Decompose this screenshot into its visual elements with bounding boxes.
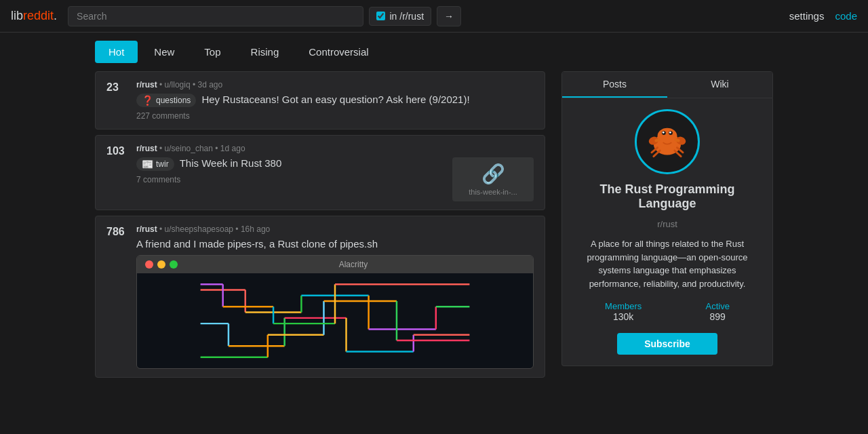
- tab-rising[interactable]: Rising: [237, 41, 293, 63]
- post-time: 3d ago: [198, 80, 223, 90]
- link-preview[interactable]: 🔗 this-week-in-...: [452, 157, 534, 201]
- search-go-button[interactable]: →: [437, 6, 461, 26]
- post-content: 📰 twir This Week in Rust 380 7 comments: [136, 157, 447, 201]
- traffic-light-green: [170, 260, 178, 269]
- header: libreddit. in /r/rust → settings code: [0, 0, 868, 33]
- tab-hot[interactable]: Hot: [95, 41, 138, 63]
- subscribe-button[interactable]: Subscribe: [617, 333, 717, 355]
- sort-tabs: Hot New Top Rising Controversial: [0, 33, 868, 71]
- members-label: Members: [605, 301, 642, 311]
- main-layout: 23 r/rust • u/llogiq • 3d ago ❓ question…: [0, 71, 868, 378]
- search-scope-label: in /r/rust: [389, 11, 424, 22]
- traffic-light-yellow: [157, 260, 165, 269]
- post-image-terminal: Alacritty: [136, 255, 534, 369]
- search-scope-area: in /r/rust: [369, 7, 431, 26]
- active-value: 899: [705, 311, 729, 322]
- post-title[interactable]: This Week in Rust 380: [180, 157, 282, 169]
- post-separator: •: [159, 144, 165, 153]
- terminal-body: [137, 273, 533, 368]
- post-meta: r/rust • u/llogiq • 3d ago: [136, 80, 534, 90]
- post-meta: r/rust • u/sheepshapesoap • 16h ago: [136, 224, 534, 234]
- post-author[interactable]: u/llogiq: [165, 80, 191, 90]
- post-title-row: ❓ questions Hey Rustaceans! Got an easy …: [136, 94, 534, 107]
- post-title-row: 📰 twir This Week in Rust 380: [136, 157, 447, 171]
- post-meta: r/rust • u/seino_chan • 1d ago: [136, 144, 534, 153]
- svg-line-45: [675, 151, 681, 157]
- post-title[interactable]: Hey Rustaceans! Got an easy question? As…: [201, 94, 469, 105]
- tab-new[interactable]: New: [140, 41, 188, 63]
- post-flair: 📰 twir: [136, 157, 174, 171]
- post-author[interactable]: u/sheepshapesoap: [165, 224, 233, 234]
- stat-active: Active 899: [705, 301, 729, 322]
- flair-label: questions: [156, 96, 191, 105]
- post-score: 23: [106, 80, 128, 121]
- posts-column: 23 r/rust • u/llogiq • 3d ago ❓ question…: [95, 71, 545, 378]
- post-time: 16h ago: [241, 224, 270, 234]
- svg-point-37: [669, 132, 671, 134]
- sidebar-description: A place for all things related to the Ru…: [573, 237, 762, 290]
- post-time-sep: •: [215, 144, 220, 153]
- sidebar-tab-posts[interactable]: Posts: [562, 72, 667, 98]
- post-body: r/rust • u/seino_chan • 1d ago 📰 twir: [136, 144, 534, 201]
- header-right: settings code: [789, 10, 857, 22]
- post-score: 786: [106, 224, 128, 369]
- tab-top[interactable]: Top: [191, 41, 234, 63]
- post-flair: ❓ questions: [136, 94, 196, 107]
- sidebar-tab-wiki[interactable]: Wiki: [667, 72, 772, 98]
- logo-reddit: reddit: [23, 9, 54, 22]
- post-body: r/rust • u/sheepshapesoap • 16h ago A fr…: [136, 224, 534, 369]
- crab-icon: [643, 117, 692, 166]
- post-time-sep: •: [235, 224, 241, 234]
- flair-icon: 📰: [142, 159, 153, 170]
- svg-point-36: [663, 132, 665, 134]
- traffic-light-red: [145, 260, 153, 269]
- sidebar-community-title: The Rust Programming Language: [573, 182, 762, 211]
- tab-controversial[interactable]: Controversial: [295, 41, 382, 63]
- link-icon: 🔗: [481, 163, 505, 185]
- post-time-sep: •: [193, 80, 198, 90]
- search-bar: in /r/rust →: [68, 6, 461, 26]
- members-value: 130k: [605, 311, 642, 322]
- terminal-title: Alacritty: [339, 260, 368, 269]
- flair-icon: ❓: [142, 95, 153, 106]
- post-card: 103 r/rust • u/seino_chan • 1d ago 📰 twi: [95, 135, 545, 210]
- post-card: 23 r/rust • u/llogiq • 3d ago ❓ question…: [95, 71, 545, 130]
- post-time: 1d ago: [220, 144, 245, 153]
- sidebar-content: The Rust Programming Language r/rust A p…: [561, 98, 773, 366]
- post-author[interactable]: u/seino_chan: [165, 144, 213, 153]
- post-card: 786 r/rust • u/sheepshapesoap • 16h ago …: [95, 216, 545, 378]
- flair-label: twir: [156, 159, 169, 169]
- settings-link[interactable]: settings: [789, 10, 825, 22]
- post-body: r/rust • u/llogiq • 3d ago ❓ questions H…: [136, 80, 534, 121]
- active-label: Active: [705, 301, 729, 311]
- link-preview-text: this-week-in-...: [469, 188, 517, 196]
- post-score: 103: [106, 144, 128, 201]
- stat-members: Members 130k: [605, 301, 642, 322]
- in-subreddit-checkbox[interactable]: [376, 12, 385, 20]
- post-comments[interactable]: 227 comments: [136, 111, 534, 121]
- logo[interactable]: libreddit.: [11, 9, 57, 23]
- post-subreddit[interactable]: r/rust: [136, 80, 157, 90]
- logo-dot: .: [54, 9, 57, 22]
- search-input[interactable]: [68, 6, 363, 26]
- sidebar: Posts Wiki: [561, 71, 773, 378]
- code-link[interactable]: code: [835, 10, 857, 22]
- post-separator: •: [159, 80, 165, 90]
- svg-line-43: [654, 151, 660, 157]
- post-subreddit[interactable]: r/rust: [136, 144, 157, 153]
- terminal-titlebar: Alacritty: [137, 256, 533, 273]
- post-subreddit[interactable]: r/rust: [136, 224, 157, 234]
- svg-point-33: [658, 128, 677, 144]
- post-with-preview: 📰 twir This Week in Rust 380 7 comments …: [136, 157, 534, 201]
- sidebar-tabs: Posts Wiki: [561, 71, 773, 98]
- sidebar-subreddit-name: r/rust: [657, 219, 677, 229]
- logo-lib: lib: [11, 9, 23, 22]
- post-comments[interactable]: 7 comments: [136, 175, 447, 184]
- subreddit-logo: [635, 109, 700, 174]
- sidebar-stats: Members 130k Active 899: [573, 301, 762, 322]
- post-separator: •: [159, 224, 165, 234]
- post-title[interactable]: A friend and I made pipes-rs, a Rust clo…: [136, 238, 534, 250]
